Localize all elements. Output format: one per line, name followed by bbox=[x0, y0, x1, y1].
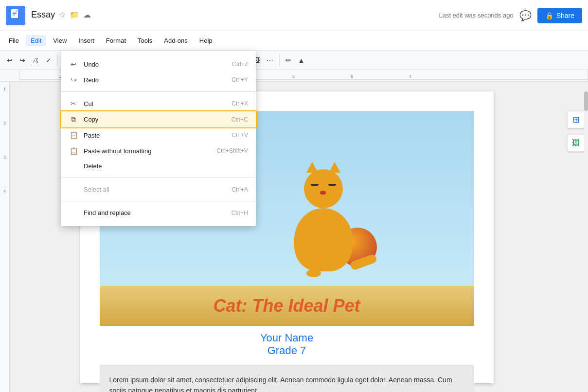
folder-icon[interactable]: 📁 bbox=[70, 10, 79, 19]
cut-label: Cut bbox=[84, 100, 93, 107]
divider-3 bbox=[61, 201, 256, 201]
cat-ear-left bbox=[306, 162, 318, 173]
undo-label: Undo bbox=[84, 61, 99, 68]
cat-container bbox=[294, 208, 353, 271]
share-button[interactable]: 🔒 Share bbox=[537, 8, 582, 23]
spellcheck-button[interactable]: ✓ bbox=[43, 54, 54, 66]
paste-plain-icon: 📋 bbox=[69, 147, 78, 155]
menu-help[interactable]: Help bbox=[195, 35, 217, 46]
menu-insert[interactable]: Insert bbox=[73, 35, 99, 46]
cat-ear-right bbox=[329, 162, 340, 173]
menu-item-paste-plain[interactable]: 📋 Paste without formatting Ctrl+Shift+V bbox=[61, 143, 256, 159]
svg-rect-2 bbox=[13, 13, 17, 14]
paste-plain-shortcut: Ctrl+Shift+V bbox=[216, 147, 248, 154]
title-section: Cat: The Ideal Pet bbox=[100, 286, 474, 326]
menu-file[interactable]: File bbox=[4, 35, 24, 46]
menu-item-select-all[interactable]: Select all Ctrl+A bbox=[61, 182, 256, 197]
add-icon: ⊞ bbox=[572, 114, 580, 125]
paste-shortcut: Ctrl+V bbox=[232, 132, 248, 139]
menu-item-cut[interactable]: ✂ Cut Ctrl+X bbox=[61, 96, 256, 111]
svg-rect-3 bbox=[13, 15, 15, 16]
document-title[interactable]: Essay bbox=[31, 10, 55, 20]
cloud-icon[interactable]: ☁ bbox=[83, 10, 91, 19]
menu-edit[interactable]: Edit bbox=[26, 35, 46, 46]
svg-text:7: 7 bbox=[409, 74, 411, 79]
paste-label: Paste bbox=[84, 132, 100, 139]
select-all-label: Select all bbox=[84, 186, 109, 193]
edit-image-sidebar-btn[interactable]: 🖼 bbox=[567, 134, 585, 152]
menu-addons[interactable]: Add-ons bbox=[159, 35, 192, 46]
find-replace-label: Find and replace bbox=[84, 209, 131, 216]
subtitle-section: Your Name Grade 7 bbox=[100, 326, 474, 363]
ruler-mark-2: 2 bbox=[3, 121, 6, 125]
body-section[interactable]: Lorem ipsum dolor sit amet, consectetuer… bbox=[100, 365, 474, 392]
pen-button[interactable]: ✏ bbox=[283, 54, 294, 66]
scrollbar-thumb[interactable] bbox=[584, 91, 588, 111]
cat-head bbox=[304, 169, 343, 208]
title-area: Essay ☆ 📁 ☁ bbox=[31, 10, 439, 21]
svg-text:5: 5 bbox=[292, 74, 295, 79]
last-edit-label: Last edit was seconds ago bbox=[439, 12, 513, 19]
top-actions: Last edit was seconds ago 💬 🔒 Share bbox=[439, 8, 582, 23]
cat-paw bbox=[306, 269, 321, 277]
document-subtitle-grade: Grade 7 bbox=[106, 344, 468, 357]
copy-shortcut: Ctrl+C bbox=[232, 116, 248, 123]
undo-shortcut: Ctrl+Z bbox=[232, 61, 248, 68]
divider-2 bbox=[61, 178, 256, 178]
cut-shortcut: Ctrl+X bbox=[232, 100, 248, 107]
more-button[interactable]: ⋯ bbox=[264, 54, 276, 66]
ruler-mark-3: 3 bbox=[3, 155, 6, 160]
divider-1 bbox=[61, 91, 256, 92]
menu-section-clipboard: ✂ Cut Ctrl+X ⧉ Copy Ctrl+C 📋 Paste Ctrl+… bbox=[61, 94, 256, 176]
star-icon[interactable]: ☆ bbox=[59, 10, 66, 19]
menu-item-paste[interactable]: 📋 Paste Ctrl+V bbox=[61, 127, 256, 143]
collapse-button[interactable]: ▲ bbox=[295, 54, 308, 66]
copy-icon: ⧉ bbox=[69, 115, 78, 124]
redo-icon: ↪ bbox=[69, 76, 78, 84]
paste-icon: 📋 bbox=[69, 131, 78, 139]
redo-button[interactable]: ↪ bbox=[17, 54, 28, 66]
select-all-shortcut: Ctrl+A bbox=[232, 186, 248, 193]
cat-eye-right bbox=[328, 184, 336, 186]
docs-logo-icon bbox=[10, 9, 21, 22]
menu-view[interactable]: View bbox=[48, 35, 71, 46]
cut-icon: ✂ bbox=[69, 100, 78, 107]
separator-5 bbox=[279, 54, 280, 66]
redo-shortcut: Ctrl+Y bbox=[232, 76, 248, 83]
svg-rect-1 bbox=[13, 12, 17, 13]
ruler-mark-1: 1 bbox=[3, 87, 6, 91]
svg-text:6: 6 bbox=[351, 74, 353, 79]
document-main-title: Cat: The Ideal Pet bbox=[109, 296, 464, 316]
lock-icon: 🔒 bbox=[545, 12, 553, 19]
cat-body bbox=[294, 208, 353, 271]
undo-button[interactable]: ↩ bbox=[4, 54, 16, 66]
ruler-mark-4: 4 bbox=[3, 189, 6, 194]
menu-bar: File Edit View Insert Format Tools Add-o… bbox=[0, 31, 588, 51]
menu-section-select: Select all Ctrl+A bbox=[61, 180, 256, 199]
edit-dropdown-menu: ↩ Undo Ctrl+Z ↪ Redo Ctrl+Y ✂ Cut Ctrl+X… bbox=[61, 51, 256, 226]
cat-eye-left bbox=[311, 184, 319, 186]
print-button[interactable]: 🖨 bbox=[29, 54, 42, 66]
copy-label: Copy bbox=[84, 116, 98, 123]
redo-label: Redo bbox=[84, 76, 99, 84]
menu-item-undo[interactable]: ↩ Undo Ctrl+Z bbox=[61, 56, 256, 72]
menu-item-find-replace[interactable]: Find and replace Ctrl+H bbox=[61, 205, 256, 220]
menu-item-delete[interactable]: Delete bbox=[61, 159, 256, 174]
menu-section-undoredo: ↩ Undo Ctrl+Z ↪ Redo Ctrl+Y bbox=[61, 54, 256, 89]
menu-format[interactable]: Format bbox=[101, 35, 131, 46]
delete-label: Delete bbox=[84, 162, 102, 170]
comment-button[interactable]: 💬 bbox=[519, 10, 532, 21]
left-ruler: 1 2 3 4 bbox=[0, 82, 10, 392]
scrollbar[interactable] bbox=[584, 82, 588, 392]
menu-tools[interactable]: Tools bbox=[133, 35, 157, 46]
add-comment-sidebar-btn[interactable]: ⊞ bbox=[567, 111, 585, 128]
menu-section-find: Find and replace Ctrl+H bbox=[61, 203, 256, 222]
image-edit-icon: 🖼 bbox=[572, 139, 580, 147]
app-icon bbox=[6, 6, 25, 25]
paste-plain-label: Paste without formatting bbox=[84, 147, 151, 155]
menu-item-redo[interactable]: ↪ Redo Ctrl+Y bbox=[61, 72, 256, 88]
undo-icon: ↩ bbox=[69, 60, 78, 68]
share-label: Share bbox=[556, 12, 574, 19]
menu-item-copy[interactable]: ⧉ Copy Ctrl+C bbox=[61, 111, 256, 127]
cat-nose bbox=[320, 191, 326, 195]
